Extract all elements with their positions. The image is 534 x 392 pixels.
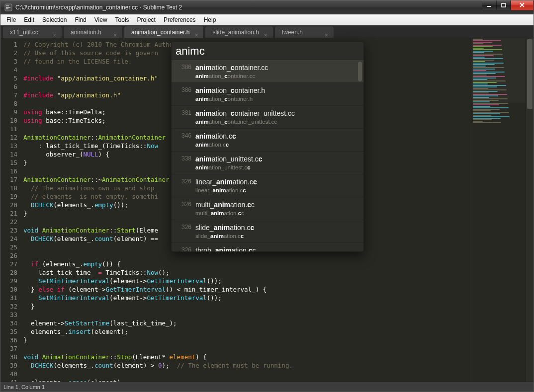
menu-edit[interactable]: Edit xyxy=(20,14,38,25)
line-number: 34 xyxy=(0,319,17,327)
line-number: 39 xyxy=(0,361,17,370)
line-number: 23 xyxy=(0,226,17,235)
minimap-line xyxy=(473,103,508,104)
goto-result[interactable]: 326throb_animation.cc xyxy=(172,242,363,251)
vertical-scrollbar[interactable] xyxy=(526,38,534,382)
minimap-line xyxy=(473,91,498,92)
minimap-line xyxy=(473,42,492,43)
results-scrollbar[interactable] xyxy=(358,62,362,249)
status-bar: Line 1, Column 1 xyxy=(0,382,534,392)
minimap-line xyxy=(473,82,497,83)
line-number: 12 xyxy=(0,133,17,142)
menu-selection[interactable]: Selection xyxy=(38,14,71,25)
line-number: 41 xyxy=(0,378,17,382)
line-number: 32 xyxy=(0,302,17,311)
minimap-line xyxy=(473,79,487,80)
line-number: 40 xyxy=(0,370,17,378)
maximize-button[interactable] xyxy=(497,0,511,10)
result-score: 326 xyxy=(177,177,191,185)
menu-tools[interactable]: Tools xyxy=(111,14,133,25)
minimize-button[interactable] xyxy=(482,0,497,10)
menu-project[interactable]: Project xyxy=(133,14,160,25)
minimap-line xyxy=(473,112,509,113)
minimap-line xyxy=(473,100,499,101)
goto-anything-input[interactable] xyxy=(176,45,359,58)
cursor-position: Line 1, Column 1 xyxy=(3,384,45,390)
line-number: 37 xyxy=(0,344,17,353)
svg-rect-2 xyxy=(6,7,10,8)
menu-find[interactable]: Find xyxy=(71,14,90,25)
code-line: if (elements_.empty()) { xyxy=(23,260,471,268)
code-line xyxy=(23,311,471,319)
tab-close-icon[interactable]: × xyxy=(325,29,330,34)
app-icon xyxy=(4,3,12,11)
code-line: void AnimationContainer::Stop(Element* e… xyxy=(23,353,471,361)
code-line: } xyxy=(23,302,471,311)
tab-x11-util-cc[interactable]: x11_util.cc× xyxy=(2,26,62,38)
result-path: animation_container_unittest.cc xyxy=(195,118,358,125)
results-scroll-thumb[interactable] xyxy=(358,62,362,81)
minimap-line xyxy=(473,75,487,76)
result-score: 326 xyxy=(177,200,191,208)
line-number: 36 xyxy=(0,336,17,344)
line-number: 25 xyxy=(0,243,17,251)
result-title: animation_container.cc xyxy=(195,63,358,72)
goto-result[interactable]: 326slide_animation.ccslide_animation.cc xyxy=(172,220,363,242)
line-number: 3 xyxy=(0,57,17,66)
result-path: animation_container.cc xyxy=(195,73,358,79)
code-line xyxy=(23,370,471,378)
minimap-line xyxy=(473,48,484,49)
minimap-line xyxy=(473,115,491,116)
scrollbar-thumb[interactable] xyxy=(527,39,533,109)
minimap-line xyxy=(473,92,489,93)
tab-close-icon[interactable]: × xyxy=(194,29,199,34)
menu-preferences[interactable]: Preferences xyxy=(160,14,200,25)
minimap-line xyxy=(473,88,488,89)
tab-close-icon[interactable]: × xyxy=(113,29,118,34)
minimap[interactable] xyxy=(471,38,526,382)
menu-help[interactable]: Help xyxy=(200,14,220,25)
code-line: last_tick_time_ = TimeTicks::Now(); xyxy=(23,268,471,277)
result-score: 346 xyxy=(177,132,191,139)
tab-close-icon[interactable]: × xyxy=(53,29,58,34)
code-line: SetMinTimerInterval(element->GetTimerInt… xyxy=(23,277,471,285)
tab-close-icon[interactable]: × xyxy=(264,29,269,34)
goto-result[interactable]: 381animation_container_unittest.ccanimat… xyxy=(172,105,363,128)
code-line: elements_.insert(element); xyxy=(23,327,471,336)
code-line: } else if (element->GetTimerInterval() <… xyxy=(23,285,471,294)
result-title: animation.cc xyxy=(195,132,358,141)
tab-animation-container-h[interactable]: animation_container.h× xyxy=(124,26,204,38)
line-number: 21 xyxy=(0,209,17,218)
code-line: element->SetStartTime(last_tick_time_); xyxy=(23,319,471,327)
tab-slide-animation-h[interactable]: slide_animation.h× xyxy=(205,26,273,38)
minimap-line xyxy=(473,94,507,95)
tab-tween-h[interactable]: tween.h× xyxy=(274,26,334,38)
tab-animation-h[interactable]: animation.h× xyxy=(63,26,123,38)
line-number: 19 xyxy=(0,192,17,201)
tab-label: slide_animation.h xyxy=(212,29,259,36)
close-button[interactable] xyxy=(511,0,534,10)
minimap-line xyxy=(473,76,505,77)
menu-view[interactable]: View xyxy=(90,14,111,25)
goto-result[interactable]: 326linear_animation.cclinear_animation.c… xyxy=(172,174,363,197)
title-bar[interactable]: C:\J\chromium\src\app\animation_containe… xyxy=(0,0,534,14)
minimap-line xyxy=(473,86,497,87)
menu-file[interactable]: File xyxy=(2,14,20,25)
result-title: animation_container.h xyxy=(195,86,358,95)
minimap-line xyxy=(473,66,486,67)
goto-result[interactable]: 386animation_container.ccanimation_conta… xyxy=(172,60,363,82)
minimap-line xyxy=(473,73,496,74)
line-number: 6 xyxy=(0,82,17,91)
tab-label: x11_util.cc xyxy=(10,29,38,36)
result-score: 386 xyxy=(177,63,191,71)
line-number: 35 xyxy=(0,327,17,336)
result-score: 338 xyxy=(177,155,191,162)
goto-result[interactable]: 338animation_unittest.ccanimation_unitte… xyxy=(172,151,363,174)
goto-result[interactable]: 346animation.ccanimation.cc xyxy=(172,128,363,151)
line-number: 38 xyxy=(0,353,17,361)
goto-result[interactable]: 386animation_container.hanimation_contai… xyxy=(172,82,363,105)
result-score: 386 xyxy=(177,86,191,93)
line-number: 2 xyxy=(0,49,17,57)
line-number: 9 xyxy=(0,108,17,116)
goto-result[interactable]: 326multi_animation.ccmulti_animation.cc xyxy=(172,197,363,220)
